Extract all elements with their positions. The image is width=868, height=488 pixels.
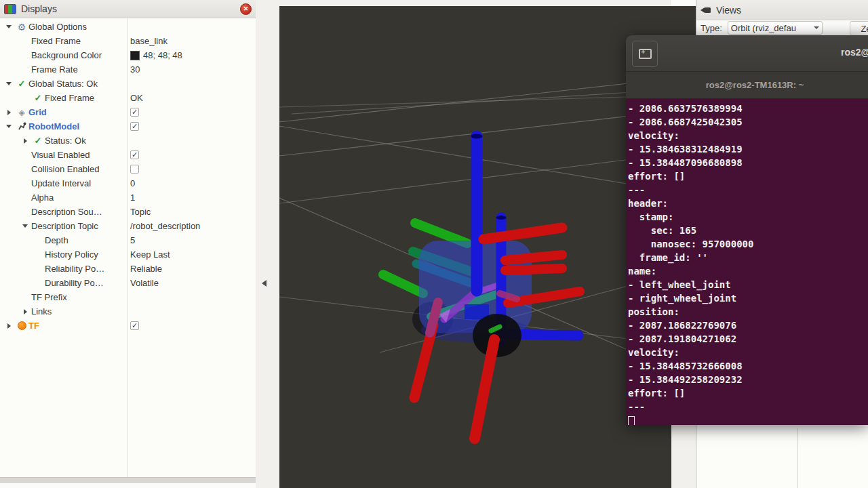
terminal-body[interactable]: - 2086.6637576389994 - 2086.668742504230… bbox=[626, 99, 868, 425]
expander-down-icon[interactable] bbox=[3, 125, 15, 128]
robot-model bbox=[383, 134, 580, 439]
terminal-output: - 2086.6637576389994 - 2086.668742504230… bbox=[626, 99, 868, 413]
displays-panel-header[interactable]: Displays ✕ bbox=[0, 0, 256, 18]
property-label: Durability Po… bbox=[45, 278, 104, 288]
property-value[interactable]: 30 bbox=[130, 62, 140, 77]
expander-down-icon[interactable] bbox=[19, 224, 31, 228]
property-value[interactable]: 5 bbox=[130, 233, 135, 247]
expander-down-icon[interactable] bbox=[3, 25, 15, 28]
property-label: History Policy bbox=[45, 249, 98, 260]
color-swatch bbox=[130, 51, 140, 60]
checkbox[interactable]: ✓ bbox=[130, 321, 139, 330]
expander-right-icon[interactable] bbox=[19, 138, 31, 144]
check-icon: ✓ bbox=[31, 93, 45, 103]
property-label: Alpha bbox=[31, 192, 54, 203]
checkbox[interactable]: ✓ bbox=[130, 150, 139, 159]
close-icon[interactable]: ✕ bbox=[240, 3, 252, 15]
property-value[interactable]: 48; 48; 48 bbox=[130, 48, 182, 62]
property-value[interactable]: Keep Last bbox=[130, 247, 170, 262]
property-label: Frame Rate bbox=[31, 64, 78, 75]
terminal-window: + ros2@ ros2@ros2-TM1613R: ~ - 2086.6637… bbox=[626, 35, 868, 425]
property-label: Global Options bbox=[28, 22, 87, 32]
new-tab-icon: + bbox=[639, 49, 652, 59]
expander-down-icon[interactable] bbox=[3, 82, 15, 85]
property-value[interactable]: 1 bbox=[130, 190, 135, 205]
property-value: ✓ bbox=[130, 319, 139, 333]
chevron-down-icon bbox=[814, 26, 819, 29]
expander-right-icon[interactable] bbox=[3, 323, 15, 329]
checkbox[interactable]: ✓ bbox=[130, 108, 139, 117]
views-type-dropdown[interactable]: Orbit (rviz_defau bbox=[728, 21, 823, 35]
checkbox[interactable] bbox=[130, 165, 139, 174]
property-label: Description Sou… bbox=[31, 207, 102, 217]
views-type-label: Type: bbox=[701, 23, 722, 33]
property-value[interactable]: base_link bbox=[130, 34, 167, 48]
property-value[interactable]: Volatile bbox=[130, 276, 159, 290]
property-value bbox=[130, 162, 139, 176]
displays-bottom-splitter[interactable] bbox=[0, 477, 279, 483]
expander-right-icon[interactable] bbox=[19, 309, 31, 314]
property-label: Global Status: Ok bbox=[28, 79, 98, 89]
property-label: Reliability Po… bbox=[45, 264, 104, 274]
displays-bottom-area bbox=[0, 483, 279, 488]
new-tab-button[interactable]: + bbox=[632, 41, 658, 67]
property-label: Update Interval bbox=[31, 178, 91, 188]
terminal-titlebar[interactable]: + ros2@ bbox=[626, 35, 868, 71]
check-icon: ✓ bbox=[31, 136, 45, 146]
left-splitter[interactable] bbox=[256, 0, 279, 488]
checkbox[interactable]: ✓ bbox=[130, 122, 139, 131]
displays-panel-title: Displays bbox=[21, 3, 57, 14]
property-label: Links bbox=[31, 306, 52, 317]
zero-button[interactable]: Ze bbox=[850, 21, 868, 36]
gear-icon: ⚙ bbox=[15, 22, 28, 33]
property-value: ✓ bbox=[130, 105, 139, 119]
terminal-cursor bbox=[628, 416, 635, 425]
property-value[interactable]: Reliable bbox=[130, 262, 162, 276]
terminal-window-title: ros2@ bbox=[841, 47, 868, 58]
property-label: TF bbox=[28, 321, 39, 331]
property-label: Depth bbox=[45, 235, 68, 245]
property-label: Background Color bbox=[31, 50, 102, 60]
displays-panel: Displays ✕ ⚙Global OptionsFixed Framebas… bbox=[0, 0, 256, 488]
robot-icon bbox=[15, 121, 28, 131]
check-icon: ✓ bbox=[15, 79, 28, 89]
property-value[interactable]: 0 bbox=[130, 176, 135, 190]
views-type-value: Orbit (rviz_defau bbox=[731, 23, 796, 33]
collapse-left-icon[interactable] bbox=[262, 280, 267, 287]
property-value: ✓ bbox=[130, 148, 139, 162]
views-panel-title: Views bbox=[716, 5, 741, 16]
property-label: Grid bbox=[28, 107, 47, 117]
property-label: Status: Ok bbox=[45, 136, 86, 146]
property-label: Collision Enabled bbox=[31, 164, 99, 174]
terminal-tab[interactable]: ros2@ros2-TM1613R: ~ bbox=[706, 80, 804, 90]
views-type-row: Type: Orbit (rviz_defau Ze bbox=[696, 20, 868, 35]
views-panel-header[interactable]: Views bbox=[696, 0, 868, 20]
property-value[interactable]: /robot_description bbox=[130, 219, 200, 233]
rviz-window: Displays ✕ ⚙Global OptionsFixed Framebas… bbox=[0, 0, 868, 488]
right-splitter[interactable] bbox=[671, 425, 696, 488]
property-value[interactable]: OK bbox=[130, 91, 143, 105]
expander-right-icon[interactable] bbox=[3, 110, 15, 115]
top-margin bbox=[256, 0, 671, 6]
property-label: Description Topic bbox=[31, 221, 98, 231]
terminal-tabbar: ros2@ros2-TM1613R: ~ bbox=[626, 71, 868, 99]
grid-icon: ◈ bbox=[15, 108, 28, 117]
views-list-divider bbox=[797, 428, 798, 488]
property-label: Visual Enabled bbox=[31, 150, 90, 160]
property-label: Fixed Frame bbox=[31, 36, 81, 46]
property-label: RobotModel bbox=[28, 121, 79, 131]
displays-icon bbox=[4, 4, 16, 14]
property-value[interactable]: Topic bbox=[130, 205, 151, 219]
views-camera-icon bbox=[701, 6, 711, 14]
property-column-divider[interactable] bbox=[127, 18, 128, 477]
property-label: TF Prefix bbox=[31, 292, 67, 302]
property-label: Fixed Frame bbox=[45, 93, 94, 103]
property-value: ✓ bbox=[130, 119, 139, 134]
tf-icon bbox=[15, 321, 28, 330]
